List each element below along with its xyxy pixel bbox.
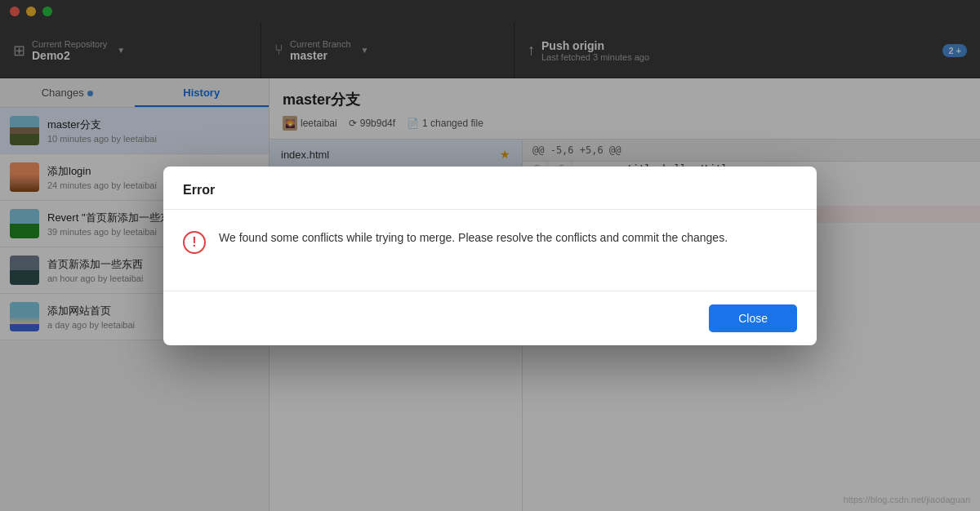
modal-header: Error	[163, 167, 817, 210]
close-button[interactable]: Close	[709, 304, 797, 332]
modal-message: We found some conflicts while trying to …	[219, 229, 728, 247]
error-icon: !	[183, 231, 206, 254]
error-modal: Error ! We found some conflicts while tr…	[163, 167, 817, 345]
modal-title: Error	[183, 183, 797, 198]
modal-footer: Close	[163, 291, 817, 345]
modal-body: ! We found some conflicts while trying t…	[163, 210, 817, 291]
modal-overlay: Error ! We found some conflicts while tr…	[0, 0, 980, 511]
